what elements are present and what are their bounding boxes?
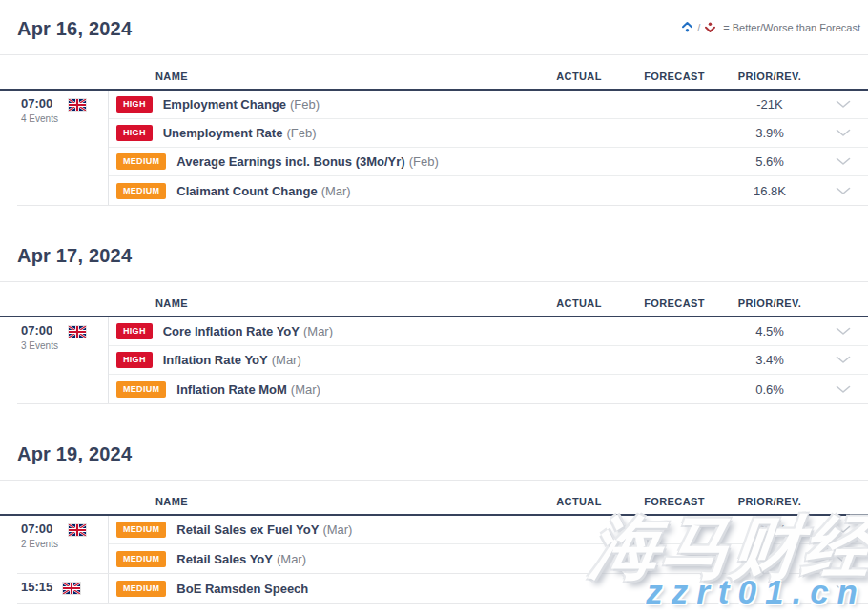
- group-list: 07:00 2 Events MEDIUM Retail Sales ex Fu…: [0, 516, 868, 604]
- column-header-prior: PRIOR/REV.: [722, 71, 817, 82]
- section-date-heading: Apr 19, 2024: [0, 442, 868, 465]
- event-name-cell: Retail Sales ex Fuel YoY (Mar): [166, 522, 531, 537]
- event-row[interactable]: HIGH Employment Change (Feb) -21K: [109, 91, 868, 119]
- event-name-cell: Core Inflation Rate YoY (Mar): [153, 324, 531, 338]
- event-name: Claimant Count Change: [176, 184, 317, 198]
- event-name-cell: Claimant Count Change (Mar): [166, 184, 531, 198]
- economic-calendar-page: / = Better/Worse than Forecast Apr 16, 2…: [0, 0, 868, 614]
- event-list: HIGH Employment Change (Feb) -21K HIGH U…: [108, 91, 868, 205]
- table-header: NAME ACTUAL FORECAST PRIOR/REV.: [0, 282, 868, 317]
- chevron-down-icon[interactable]: [817, 327, 868, 336]
- event-name: BoE Ramsden Speech: [176, 582, 308, 596]
- impact-badge: HIGH: [116, 96, 153, 113]
- event-count: 3 Events: [21, 340, 58, 351]
- impact-badge: HIGH: [116, 125, 153, 141]
- event-period: (Mar): [272, 353, 301, 367]
- event-name: Retail Sales YoY: [176, 552, 273, 566]
- date-section: Apr 19, 2024 NAME ACTUAL FORECAST PRIOR/…: [0, 442, 868, 604]
- event-time: 07:00: [21, 323, 58, 338]
- time-column: 15:15: [17, 574, 108, 603]
- event-name-cell: Retail Sales YoY (Mar): [166, 552, 531, 566]
- uk-flag-icon: [68, 325, 87, 403]
- event-row[interactable]: MEDIUM Retail Sales ex Fuel YoY (Mar) -0…: [109, 516, 868, 544]
- time-group: 07:00 2 Events MEDIUM Retail Sales ex Fu…: [17, 516, 868, 574]
- event-row[interactable]: MEDIUM Retail Sales YoY (Mar) -0.4%: [109, 544, 868, 573]
- time-block: 07:00 4 Events: [21, 96, 58, 205]
- event-period: (Feb): [409, 154, 439, 169]
- time-group: 15:15 MEDIUM BoE Ramsden Speech: [17, 574, 868, 604]
- prior-value: -0.4%: [722, 552, 817, 566]
- event-row[interactable]: MEDIUM Inflation Rate MoM (Mar) 0.6%: [109, 375, 868, 403]
- chevron-down-icon[interactable]: [817, 584, 868, 593]
- prior-value: 0.6%: [722, 382, 817, 397]
- chevron-down-icon[interactable]: [817, 555, 868, 563]
- event-row[interactable]: HIGH Core Inflation Rate YoY (Mar) 4.5%: [109, 317, 868, 346]
- chevron-down-icon[interactable]: [817, 100, 868, 109]
- column-header-prior: PRIOR/REV.: [722, 297, 817, 309]
- event-period: (Feb): [286, 126, 316, 140]
- time-group: 07:00 4 Events HIGH Employment Change (F…: [17, 91, 868, 206]
- column-header-forecast: FORECAST: [627, 297, 722, 309]
- column-header-forecast: FORECAST: [627, 71, 722, 82]
- event-row[interactable]: HIGH Unemployment Rate (Feb) 3.9%: [109, 119, 868, 148]
- event-period: (Mar): [303, 324, 333, 338]
- event-time: 07:00: [21, 96, 58, 112]
- event-period: (Feb): [290, 97, 320, 112]
- column-header-actual: ACTUAL: [531, 71, 627, 82]
- chevron-down-icon[interactable]: [817, 356, 868, 364]
- column-header-actual: ACTUAL: [531, 297, 627, 309]
- column-header-name: NAME: [0, 496, 531, 507]
- event-list: MEDIUM Retail Sales ex Fuel YoY (Mar) -0…: [108, 516, 868, 573]
- impact-badge: MEDIUM: [116, 522, 166, 538]
- time-column: 07:00 2 Events: [17, 516, 108, 573]
- prior-value: 4.5%: [722, 324, 817, 338]
- event-row[interactable]: MEDIUM Average Earnings incl. Bonus (3Mo…: [109, 148, 868, 176]
- event-row[interactable]: HIGH Inflation Rate YoY (Mar) 3.4%: [109, 346, 868, 375]
- event-name: Unemployment Rate: [163, 126, 283, 140]
- time-column: 07:00 4 Events: [17, 91, 108, 205]
- time-column: 07:00 3 Events: [17, 317, 108, 403]
- table-header: NAME ACTUAL FORECAST PRIOR/REV.: [0, 481, 868, 516]
- event-name: Employment Change: [163, 97, 286, 112]
- uk-flag-icon: [68, 98, 87, 205]
- impact-badge: MEDIUM: [116, 581, 166, 597]
- prior-value: 5.6%: [722, 154, 817, 169]
- chevron-down-icon[interactable]: [817, 129, 868, 137]
- table-header: NAME ACTUAL FORECAST PRIOR/REV.: [0, 55, 868, 91]
- event-period: (Mar): [291, 382, 320, 397]
- event-list: MEDIUM BoE Ramsden Speech: [108, 574, 868, 603]
- section-date-heading: Apr 16, 2024: [0, 17, 868, 40]
- event-row[interactable]: MEDIUM BoE Ramsden Speech: [109, 574, 868, 603]
- time-block: 15:15: [21, 580, 52, 603]
- column-header-name: NAME: [0, 71, 531, 82]
- impact-badge: MEDIUM: [116, 183, 166, 199]
- uk-flag-icon: [68, 523, 87, 573]
- chevron-down-icon[interactable]: [817, 157, 868, 166]
- event-period: (Mar): [322, 522, 352, 537]
- event-name: Retail Sales ex Fuel YoY: [176, 522, 319, 537]
- prior-value: -0.5%: [722, 522, 817, 537]
- time-group: 07:00 3 Events HIGH Core Inflation Rate …: [17, 317, 868, 404]
- time-block: 07:00 2 Events: [21, 522, 58, 573]
- chevron-down-icon[interactable]: [817, 385, 868, 394]
- impact-badge: HIGH: [116, 323, 153, 339]
- event-name: Inflation Rate YoY: [163, 353, 268, 367]
- group-list: 07:00 3 Events HIGH Core Inflation Rate …: [0, 317, 868, 404]
- prior-value: -21K: [722, 97, 817, 112]
- impact-badge: MEDIUM: [116, 154, 166, 170]
- chevron-down-icon[interactable]: [817, 525, 868, 534]
- event-row[interactable]: MEDIUM Claimant Count Change (Mar) 16.8K: [109, 176, 868, 205]
- prior-value: 16.8K: [722, 184, 817, 198]
- impact-badge: MEDIUM: [116, 381, 166, 398]
- chevron-down-icon[interactable]: [817, 187, 868, 195]
- event-time: 07:00: [21, 522, 58, 537]
- impact-badge: HIGH: [116, 352, 153, 368]
- uk-flag-icon: [62, 582, 81, 603]
- date-section: Apr 17, 2024 NAME ACTUAL FORECAST PRIOR/…: [0, 244, 868, 404]
- event-name-cell: Inflation Rate MoM (Mar): [166, 382, 531, 397]
- event-count: 4 Events: [21, 113, 58, 124]
- event-count: 2 Events: [21, 539, 58, 549]
- event-name-cell: Inflation Rate YoY (Mar): [153, 353, 531, 367]
- column-header-actual: ACTUAL: [531, 496, 627, 507]
- impact-badge: MEDIUM: [116, 551, 166, 567]
